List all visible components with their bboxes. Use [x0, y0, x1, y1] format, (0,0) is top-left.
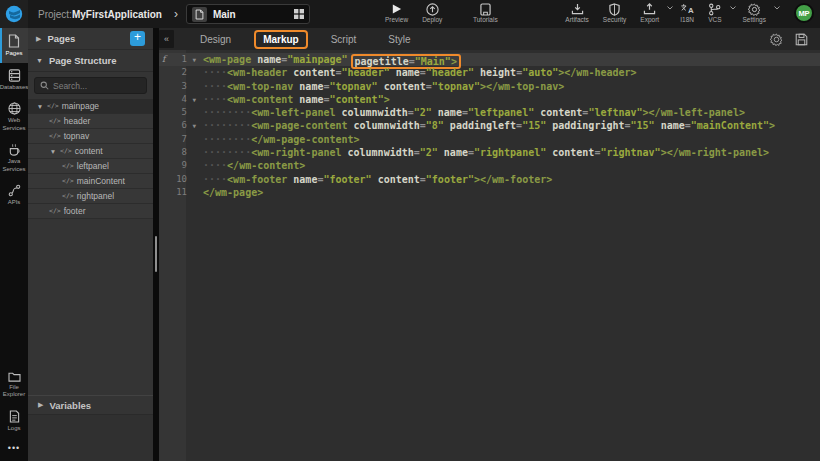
tutorials-button[interactable]: Tutorials — [466, 0, 505, 23]
tab-style[interactable]: Style — [379, 30, 419, 49]
code-area[interactable]: 1▼f<wm-page name="mainpage"pagetitle="Ma… — [159, 50, 820, 461]
more-options-button[interactable]: ••• — [0, 437, 28, 461]
tree-item-label: header — [64, 116, 90, 126]
settings-icon — [748, 3, 761, 15]
code-tag: ></wm-header> — [558, 67, 636, 78]
code-tag: <wm-page — [203, 54, 251, 65]
collapse-panel-button[interactable]: « — [159, 30, 174, 48]
line-number[interactable]: 9 — [159, 159, 189, 172]
code-tag-icon: </> — [62, 177, 74, 185]
line-number[interactable]: 3 — [159, 80, 189, 93]
tree-item-leftpanel[interactable]: </>leftpanel — [28, 159, 153, 174]
breadcrumb-chevron-icon: › — [174, 7, 178, 21]
code-line-3[interactable]: 3····<wm-top-nav name="topnav" content="… — [159, 80, 820, 93]
panel-scrollbar[interactable] — [155, 236, 157, 272]
code-line-8[interactable]: 8········<wm-right-panel columnwidth="2"… — [159, 146, 820, 159]
save-icon[interactable] — [795, 33, 808, 46]
i18n-button[interactable]: AI18N — [673, 0, 701, 23]
project-actions: ArtifactsSecurityExportAI18NVCSSettings — [558, 0, 780, 23]
code-line-5[interactable]: 5········<wm-left-panel columnwidth="2" … — [159, 106, 820, 119]
sidebar-item-pages[interactable]: Pages — [0, 28, 28, 63]
page-tab-main[interactable]: Main — [186, 4, 310, 24]
artifacts-button[interactable]: Artifacts — [558, 0, 595, 23]
folder-icon — [8, 371, 21, 382]
code-whitespace: ···· — [203, 174, 227, 185]
code-tag: <wm-top-nav — [227, 81, 293, 92]
sidebar-item-java-services[interactable]: Java Services — [0, 137, 28, 178]
editor-tabs: DesignMarkupScriptStyle — [184, 30, 427, 49]
settings-button[interactable]: Settings — [736, 0, 774, 23]
tree-item-maincontent[interactable]: </>mainContent — [28, 174, 153, 189]
sidebar-item-file-explorer[interactable]: File Explorer — [0, 365, 28, 404]
code-tag-icon: </> — [62, 192, 74, 200]
tab-script[interactable]: Script — [322, 30, 366, 49]
tree-item-rightpanel[interactable]: </>rightpanel — [28, 189, 153, 204]
code-tag: <wm-left-panel — [251, 107, 335, 118]
api-icon — [8, 184, 21, 197]
line-number[interactable]: 8 — [159, 146, 189, 159]
vcs-button[interactable]: VCS — [701, 0, 728, 23]
sidebar-item-label: Pages — [5, 50, 22, 58]
code-line-9[interactable]: 9····</wm-content> — [159, 159, 820, 172]
tree-item-header[interactable]: </>header — [28, 114, 153, 129]
line-number[interactable]: 11 — [159, 186, 189, 199]
chevron-down-icon[interactable] — [774, 6, 780, 10]
sidebar-item-databases[interactable]: Databases — [0, 63, 28, 97]
structure-search[interactable] — [34, 77, 147, 94]
code-whitespace: ···· — [203, 67, 227, 78]
code-attr: name — [438, 147, 468, 158]
code-line-10[interactable]: 10····<wm-footer name="footer" content="… — [159, 173, 820, 186]
deploy-button[interactable]: Deploy — [415, 0, 449, 23]
code-line-1[interactable]: 1▼f<wm-page name="mainpage"pagetitle="Ma… — [159, 53, 820, 66]
tab-markup[interactable]: Markup — [254, 30, 308, 49]
line-number[interactable]: 1▼f — [159, 53, 189, 66]
code-line-7[interactable]: 7········</wm-page-content> — [159, 133, 820, 146]
code-line-2[interactable]: 2····<wm-header content="header" name="h… — [159, 66, 820, 79]
code-text: ····<wm-footer name="footer" content="fo… — [189, 173, 552, 186]
line-number[interactable]: 2 — [159, 66, 189, 79]
line-number[interactable]: 4▼ — [159, 93, 189, 106]
export-button[interactable]: Export — [633, 0, 666, 23]
code-attr: content — [287, 67, 335, 78]
code-value: "topnav" — [432, 81, 480, 92]
add-page-button[interactable]: + — [130, 31, 145, 46]
user-avatar[interactable]: MP — [794, 3, 814, 23]
pages-section-header[interactable]: ▶ Pages + — [28, 28, 153, 50]
grid-icon[interactable] — [294, 9, 304, 19]
code-text: ····<wm-content name="content"> — [189, 93, 390, 106]
sidebar-item-web-services[interactable]: Web Services — [0, 96, 28, 137]
code-line-4[interactable]: 4▼····<wm-content name="content"> — [159, 93, 820, 106]
code-value: "rightnav" — [600, 147, 660, 158]
security-button[interactable]: Security — [596, 0, 633, 23]
action-label: Deploy — [422, 16, 442, 23]
action-label: Security — [603, 16, 626, 23]
line-number[interactable]: 6▼ — [159, 119, 189, 132]
line-number[interactable]: 5 — [159, 106, 189, 119]
line-number[interactable]: 7 — [159, 133, 189, 146]
code-tag: </wm-page-content> — [251, 134, 359, 145]
tree-item-footer[interactable]: </>footer — [28, 204, 153, 219]
project-name: MyFirstApplication — [72, 9, 162, 20]
code-text: ········<wm-page-content columnwidth="8"… — [189, 119, 775, 132]
page-structure-header[interactable]: ▼ Page Structure — [28, 50, 153, 72]
code-attr: columnwidth — [341, 147, 413, 158]
app-logo[interactable] — [0, 0, 28, 28]
tree-item-content[interactable]: ▼</>content — [28, 144, 153, 159]
tree-item-mainpage[interactable]: ▼</>mainpage — [28, 99, 153, 114]
tab-design[interactable]: Design — [191, 30, 240, 49]
preview-button[interactable]: Preview — [378, 0, 415, 23]
code-attr: content — [534, 107, 582, 118]
chevron-down-icon[interactable]: ▼ — [36, 103, 44, 110]
markup-settings-gear-icon[interactable] — [770, 33, 783, 46]
action-label: Preview — [385, 16, 408, 23]
search-input[interactable] — [53, 81, 143, 91]
chevron-down-icon[interactable]: ▼ — [49, 148, 57, 155]
variables-section-header[interactable]: ▶ Variables — [28, 395, 153, 415]
code-line-6[interactable]: 6▼········<wm-page-content columnwidth="… — [159, 119, 820, 132]
code-line-11[interactable]: 11</wm-page> — [159, 186, 820, 199]
tree-item-topnav[interactable]: </>topnav — [28, 129, 153, 144]
sidebar-item-apis[interactable]: APIs — [0, 178, 28, 212]
sidebar-item-logs[interactable]: Logs — [0, 404, 28, 438]
line-number[interactable]: 10 — [159, 173, 189, 186]
project-prefix: Project: — [38, 9, 72, 20]
